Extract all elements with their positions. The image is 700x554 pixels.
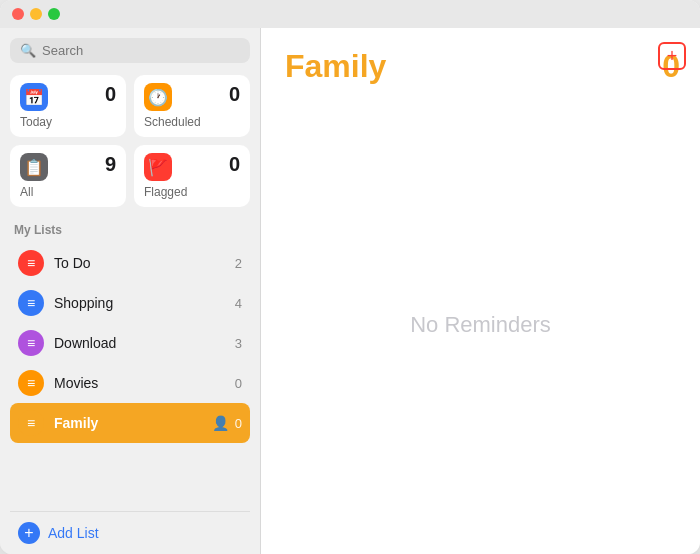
family-name: Family [54,415,212,431]
list-item-download[interactable]: ≡ Download 3 [10,323,250,363]
family-dot: ≡ [18,410,44,436]
scheduled-label: Scheduled [144,115,240,129]
todo-count: 2 [235,256,242,271]
download-name: Download [54,335,235,351]
flagged-label: Flagged [144,185,240,199]
flagged-count: 0 [229,153,240,176]
shopping-meta: 4 [235,296,242,311]
empty-state: No Reminders [261,95,700,554]
list-item-todo[interactable]: ≡ To Do 2 [10,243,250,283]
smart-tile-all[interactable]: 📋 9 All [10,145,126,207]
traffic-lights [12,8,60,20]
page-title: Family [285,48,386,85]
todo-dot: ≡ [18,250,44,276]
my-lists-header: My Lists [10,223,250,243]
list-item-shopping[interactable]: ≡ Shopping 4 [10,283,250,323]
main-content: 🔍 📅 0 Today 🕐 0 [0,28,700,554]
add-list-plus-icon: + [18,522,40,544]
right-header: Family 0 [261,28,700,95]
search-bar[interactable]: 🔍 [10,38,250,63]
minimize-button[interactable] [30,8,42,20]
today-label: Today [20,115,116,129]
movies-count: 0 [235,376,242,391]
family-meta: 👤 0 [212,415,242,431]
add-reminder-plus-icon: + [667,46,678,67]
titlebar [0,0,700,28]
list-items-container: ≡ To Do 2 ≡ Shopping 4 ≡ Dow [10,243,250,507]
all-count: 9 [105,153,116,176]
shopping-dot: ≡ [18,290,44,316]
movies-meta: 0 [235,376,242,391]
todo-meta: 2 [235,256,242,271]
search-icon: 🔍 [20,43,36,58]
search-input[interactable] [42,43,240,58]
download-meta: 3 [235,336,242,351]
list-item-family[interactable]: ≡ Family 👤 0 [10,403,250,443]
sidebar: 🔍 📅 0 Today 🕐 0 [0,28,260,554]
smart-tile-flagged[interactable]: 🚩 0 Flagged [134,145,250,207]
flagged-icon: 🚩 [144,153,172,181]
todo-name: To Do [54,255,235,271]
today-icon: 📅 [20,83,48,111]
smart-tile-today[interactable]: 📅 0 Today [10,75,126,137]
download-dot: ≡ [18,330,44,356]
close-button[interactable] [12,8,24,20]
scheduled-icon: 🕐 [144,83,172,111]
shopping-name: Shopping [54,295,235,311]
scheduled-count: 0 [229,83,240,106]
all-icon: 📋 [20,153,48,181]
family-count: 0 [235,416,242,431]
right-panel: Family 0 + No Reminders [261,28,700,554]
empty-text: No Reminders [410,312,551,338]
today-count: 0 [105,83,116,106]
maximize-button[interactable] [48,8,60,20]
movies-dot: ≡ [18,370,44,396]
shared-icon: 👤 [212,415,229,431]
list-item-movies[interactable]: ≡ Movies 0 [10,363,250,403]
add-reminder-button[interactable]: + [658,42,686,70]
smart-lists-grid: 📅 0 Today 🕐 0 Scheduled 📋 [10,75,250,207]
app-window: 🔍 📅 0 Today 🕐 0 [0,0,700,554]
shopping-count: 4 [235,296,242,311]
all-label: All [20,185,116,199]
add-list-label: Add List [48,525,99,541]
movies-name: Movies [54,375,235,391]
add-list-button[interactable]: + Add List [10,511,250,554]
smart-tile-scheduled[interactable]: 🕐 0 Scheduled [134,75,250,137]
download-count: 3 [235,336,242,351]
